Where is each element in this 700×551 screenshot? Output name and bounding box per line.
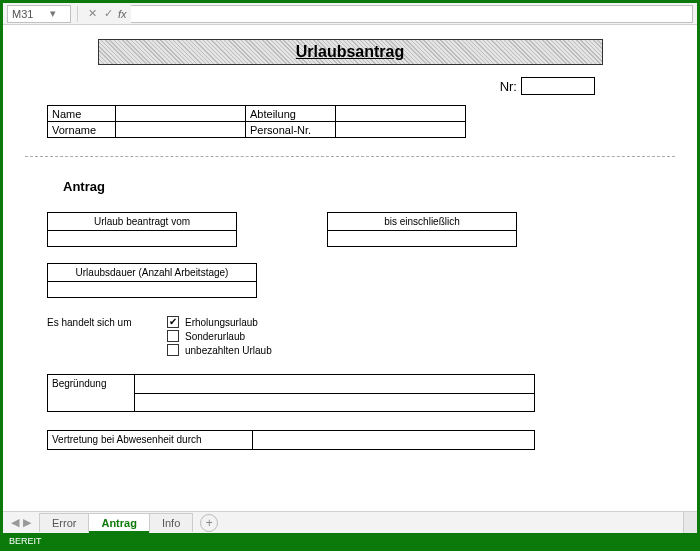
cancel-icon[interactable]: ✕ — [84, 7, 100, 20]
bis-input[interactable] — [327, 231, 517, 247]
add-sheet-button[interactable]: + — [200, 514, 218, 532]
label-vorname: Vorname — [48, 122, 116, 138]
vacation-type-row: Es handelt sich um ✔ Erholungsurlaub Son… — [47, 316, 675, 356]
vacation-type-checks: ✔ Erholungsurlaub Sonderurlaub unbezahlt… — [167, 316, 272, 356]
antrag-heading: Antrag — [63, 179, 675, 194]
sheet-tabs-row: ◀ ▶ Error Antrag Info + — [3, 511, 697, 533]
vertretung-block: Vertretung bei Abwesenheit durch — [47, 430, 675, 450]
checkbox-icon — [167, 330, 179, 342]
beantragt-vom-input[interactable] — [47, 231, 237, 247]
date-range-row: Urlaub beantragt vom bis einschließlich — [47, 212, 675, 247]
value-personalnr[interactable] — [336, 122, 466, 138]
fx-icon[interactable]: fx — [118, 8, 127, 20]
value-vorname[interactable] — [116, 122, 246, 138]
table-row: Name Abteilung — [48, 106, 466, 122]
status-bar: BEREIT — [3, 533, 697, 548]
nr-row: Nr: — [25, 77, 595, 95]
vertretung-label: Vertretung bei Abwesenheit durch — [47, 430, 253, 450]
separator — [77, 6, 78, 22]
dauer-input[interactable] — [47, 282, 257, 298]
check-label: Sonderurlaub — [185, 331, 245, 342]
es-handelt-label: Es handelt sich um — [47, 316, 167, 328]
check-unbezahlter-urlaub[interactable]: unbezahlten Urlaub — [167, 344, 272, 356]
check-label: Erholungsurlaub — [185, 317, 258, 328]
checkbox-icon — [167, 344, 179, 356]
formula-bar: M31 ▾ ✕ ✓ fx — [3, 3, 697, 25]
divider — [25, 156, 675, 157]
bis-label: bis einschließlich — [327, 212, 517, 231]
begruendung-input[interactable] — [135, 374, 535, 412]
bis-block: bis einschließlich — [327, 212, 517, 247]
tab-antrag[interactable]: Antrag — [88, 513, 149, 533]
check-sonderurlaub[interactable]: Sonderurlaub — [167, 330, 272, 342]
worksheet-area[interactable]: Urlaubsantrag Nr: Name Abteilung Vorname… — [3, 25, 697, 517]
table-row: Vorname Personal-Nr. — [48, 122, 466, 138]
nr-label: Nr: — [500, 79, 517, 94]
label-name: Name — [48, 106, 116, 122]
document-content: Urlaubsantrag Nr: Name Abteilung Vorname… — [3, 25, 693, 450]
tab-error[interactable]: Error — [39, 513, 89, 532]
tabs-nav: ◀ ▶ — [3, 516, 39, 529]
beantragt-vom-label: Urlaub beantragt vom — [47, 212, 237, 231]
document-title-band: Urlaubsantrag — [98, 39, 603, 65]
dauer-block: Urlaubsdauer (Anzahl Arbeitstage) — [47, 263, 257, 298]
formula-input[interactable] — [131, 5, 693, 23]
checkbox-icon: ✔ — [167, 316, 179, 328]
document-title: Urlaubsantrag — [296, 43, 404, 61]
check-erholungsurlaub[interactable]: ✔ Erholungsurlaub — [167, 316, 272, 328]
nr-input[interactable] — [521, 77, 595, 95]
tab-info[interactable]: Info — [149, 513, 193, 532]
nav-next-icon[interactable]: ▶ — [23, 516, 31, 529]
check-label: unbezahlten Urlaub — [185, 345, 272, 356]
label-personalnr: Personal-Nr. — [246, 122, 336, 138]
value-name[interactable] — [116, 106, 246, 122]
value-abteilung[interactable] — [336, 106, 466, 122]
begruendung-label: Begründung — [47, 374, 135, 412]
accept-icon[interactable]: ✓ — [100, 7, 116, 20]
cell-reference: M31 — [12, 8, 39, 20]
begruendung-block: Begründung — [47, 374, 675, 412]
name-box[interactable]: M31 ▾ — [7, 5, 71, 23]
dauer-label: Urlaubsdauer (Anzahl Arbeitstage) — [47, 263, 257, 282]
vertretung-input[interactable] — [253, 430, 535, 450]
name-box-dropdown-icon[interactable]: ▾ — [39, 7, 66, 20]
beantragt-vom-block: Urlaub beantragt vom — [47, 212, 237, 247]
label-abteilung: Abteilung — [246, 106, 336, 122]
nav-prev-icon[interactable]: ◀ — [11, 516, 19, 529]
info-table: Name Abteilung Vorname Personal-Nr. — [47, 105, 466, 138]
status-text: BEREIT — [9, 536, 42, 546]
horizontal-scrollbar[interactable] — [683, 512, 697, 533]
